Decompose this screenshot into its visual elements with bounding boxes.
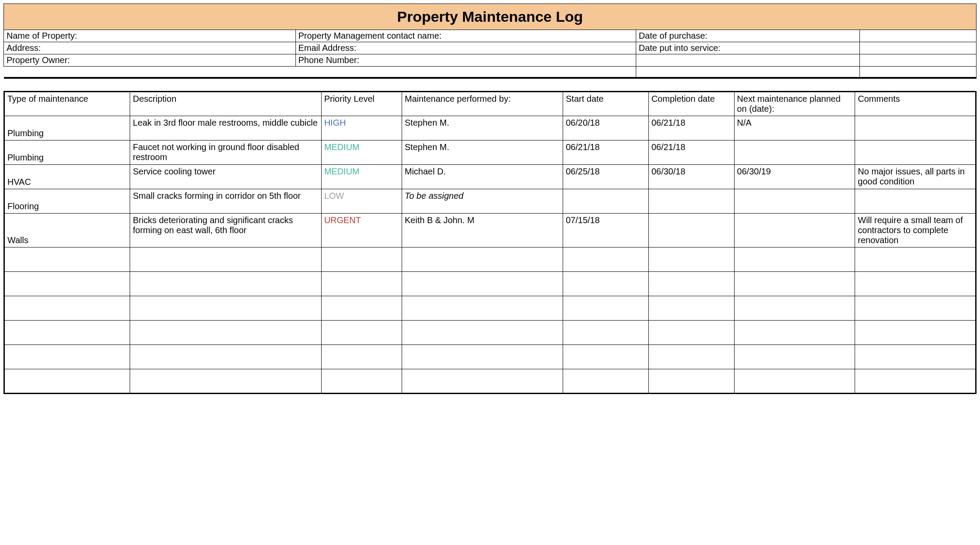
cell-comments[interactable] [855, 140, 976, 164]
cell-description[interactable] [130, 296, 322, 320]
cell-next-maintenance[interactable] [734, 296, 855, 320]
cell-priority[interactable] [321, 344, 402, 369]
cell-performed-by[interactable] [402, 344, 563, 369]
info-blank[interactable] [636, 67, 859, 78]
cell-start-date[interactable]: 06/20/18 [563, 116, 649, 140]
cell-start-date[interactable] [563, 296, 649, 320]
cell-description[interactable]: Service cooling tower [130, 164, 322, 189]
info-blank[interactable] [636, 54, 859, 67]
cell-comments[interactable] [855, 320, 976, 344]
cell-description[interactable]: Small cracks forming in corridor on 5th … [130, 189, 322, 213]
cell-type[interactable]: Plumbing [4, 116, 130, 140]
cell-type[interactable]: Flooring [4, 189, 130, 213]
cell-comments[interactable]: No major issues, all parts in good condi… [855, 164, 976, 189]
cell-completion-date[interactable] [648, 344, 734, 369]
cell-completion-date[interactable]: 06/21/18 [648, 140, 734, 164]
cell-start-date[interactable] [563, 344, 649, 369]
info-owner[interactable]: Property Owner: [4, 54, 296, 67]
cell-type[interactable] [4, 320, 130, 344]
cell-description[interactable]: Faucet not working in ground floor disab… [130, 140, 322, 164]
cell-performed-by[interactable]: Keith B & John. M [402, 213, 563, 247]
cell-next-maintenance[interactable]: N/A [734, 116, 855, 140]
cell-priority[interactable] [321, 320, 402, 344]
cell-next-maintenance[interactable] [734, 140, 855, 164]
cell-type[interactable]: Walls [4, 213, 130, 247]
cell-next-maintenance[interactable] [734, 247, 855, 271]
cell-description[interactable] [130, 320, 322, 344]
cell-performed-by[interactable]: Stephen M. [402, 116, 563, 140]
cell-type[interactable] [4, 296, 130, 320]
cell-next-maintenance[interactable] [734, 320, 855, 344]
cell-type[interactable] [4, 344, 130, 369]
cell-priority[interactable]: MEDIUM [321, 140, 402, 164]
cell-priority[interactable]: HIGH [321, 116, 402, 140]
cell-type[interactable]: HVAC [4, 164, 130, 189]
cell-completion-date[interactable] [648, 320, 734, 344]
info-blank[interactable] [859, 54, 976, 67]
cell-description[interactable]: Leak in 3rd floor male restrooms, middle… [130, 116, 322, 140]
cell-type[interactable]: Plumbing [4, 140, 130, 164]
info-date-service[interactable]: Date put into service: [636, 42, 859, 54]
cell-completion-date[interactable] [648, 296, 734, 320]
cell-completion-date[interactable] [648, 213, 734, 247]
cell-completion-date[interactable] [648, 271, 734, 296]
cell-start-date[interactable] [563, 247, 649, 271]
cell-performed-by[interactable]: Michael D. [402, 164, 563, 189]
info-address[interactable]: Address: [4, 42, 296, 54]
cell-comments[interactable] [855, 344, 976, 369]
cell-start-date[interactable] [563, 189, 649, 213]
info-blank[interactable] [859, 42, 976, 54]
cell-start-date[interactable]: 06/21/18 [563, 140, 649, 164]
cell-type[interactable] [4, 369, 130, 393]
cell-description[interactable] [130, 247, 322, 271]
cell-completion-date[interactable] [648, 189, 734, 213]
cell-description[interactable]: Bricks deteriorating and significant cra… [130, 213, 322, 247]
cell-start-date[interactable]: 06/25/18 [563, 164, 649, 189]
cell-priority[interactable] [321, 247, 402, 271]
cell-performed-by[interactable] [402, 296, 563, 320]
info-date-of-purchase[interactable]: Date of purchase: [636, 30, 859, 42]
cell-start-date[interactable] [563, 320, 649, 344]
cell-performed-by[interactable] [402, 271, 563, 296]
cell-comments[interactable] [855, 116, 976, 140]
cell-priority[interactable]: LOW [321, 189, 402, 213]
cell-performed-by[interactable]: Stephen M. [402, 140, 563, 164]
cell-priority[interactable]: URGENT [321, 213, 402, 247]
cell-completion-date[interactable]: 06/30/18 [648, 164, 734, 189]
info-pm-contact-name[interactable]: Property Management contact name: [295, 30, 636, 42]
cell-completion-date[interactable] [648, 369, 734, 393]
info-blank[interactable] [859, 30, 976, 42]
cell-next-maintenance[interactable] [734, 189, 855, 213]
cell-comments[interactable] [855, 369, 976, 393]
cell-comments[interactable] [855, 189, 976, 213]
cell-priority[interactable] [321, 296, 402, 320]
cell-description[interactable] [130, 271, 322, 296]
cell-completion-date[interactable]: 06/21/18 [648, 116, 734, 140]
cell-start-date[interactable] [563, 369, 649, 393]
cell-priority[interactable] [321, 369, 402, 393]
cell-next-maintenance[interactable] [734, 369, 855, 393]
cell-performed-by[interactable]: To be assigned [402, 189, 563, 213]
cell-performed-by[interactable] [402, 247, 563, 271]
info-blank[interactable] [859, 67, 976, 78]
cell-performed-by[interactable] [402, 369, 563, 393]
cell-next-maintenance[interactable] [734, 213, 855, 247]
info-email[interactable]: Email Address: [295, 42, 636, 54]
info-phone[interactable]: Phone Number: [295, 54, 636, 67]
cell-next-maintenance[interactable]: 06/30/19 [734, 164, 855, 189]
cell-start-date[interactable] [563, 271, 649, 296]
cell-comments[interactable] [855, 247, 976, 271]
cell-next-maintenance[interactable] [734, 271, 855, 296]
cell-comments[interactable] [855, 271, 976, 296]
info-blank[interactable] [4, 67, 636, 78]
cell-description[interactable] [130, 344, 322, 369]
cell-type[interactable] [4, 247, 130, 271]
cell-start-date[interactable]: 07/15/18 [563, 213, 649, 247]
cell-description[interactable] [130, 369, 322, 393]
cell-type[interactable] [4, 271, 130, 296]
cell-next-maintenance[interactable] [734, 344, 855, 369]
cell-priority[interactable] [321, 271, 402, 296]
cell-performed-by[interactable] [402, 320, 563, 344]
cell-completion-date[interactable] [648, 247, 734, 271]
cell-comments[interactable]: Will require a small team of contractors… [855, 213, 976, 247]
